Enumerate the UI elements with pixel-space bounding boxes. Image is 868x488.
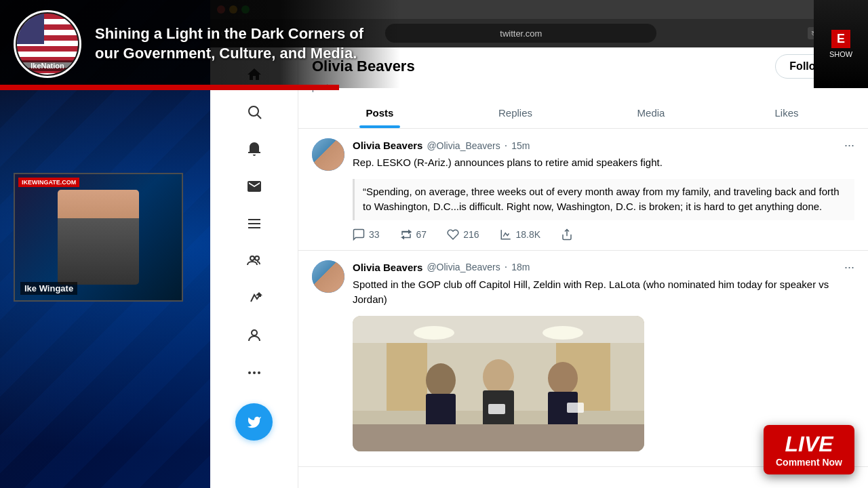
tweet-2-time: 18m <box>511 262 530 272</box>
show-letter-badge: E <box>831 30 850 48</box>
tweet-image-svg <box>353 316 644 451</box>
tagline-line2: our Government, Culture, and Media. <box>95 45 357 62</box>
tweet-1-reply-action[interactable]: 33 <box>353 228 380 241</box>
svg-rect-2 <box>248 219 260 220</box>
video-channel-badge: IKEWINGATE.COM <box>18 178 79 187</box>
twitter-sidebar <box>210 47 298 488</box>
tweet-2-header: Olivia Beavers @Olivia_Beavers · 18m ··· <box>353 260 854 274</box>
svg-point-9 <box>248 371 251 374</box>
svg-point-5 <box>250 256 254 260</box>
svg-point-15 <box>414 326 454 340</box>
sidebar-item-communities[interactable] <box>241 247 268 274</box>
logo-circle: IkeNation <box>14 10 81 78</box>
top-banner: IkeNation Shining a Light in the Dark Co… <box>0 0 400 88</box>
tweet-1-header: Olivia Beavers @Olivia_Beavers · 15m ··· <box>353 138 854 152</box>
video-preview: IKEWINGATE.COM Ike Wingate <box>14 173 183 302</box>
svg-point-8 <box>252 330 257 336</box>
tweet-1-share-action[interactable] <box>561 228 573 241</box>
svg-point-10 <box>253 371 256 374</box>
flag-canton <box>17 14 44 44</box>
tweet-1-quote: “Spending, on average, three weeks out o… <box>353 179 854 220</box>
twitter-container: Olivia Beavers Following posts Posts Rep… <box>210 47 868 488</box>
url-text: twitter.com <box>500 28 542 39</box>
tweet-2-author-handle: @Olivia_Beavers <box>427 262 500 272</box>
tweet-1-retweet-action[interactable]: 67 <box>400 228 427 241</box>
like-icon <box>447 228 459 241</box>
tweet-2-text: Spotted in the GOP club off Capitol Hill… <box>353 277 854 308</box>
svg-line-1 <box>257 115 261 119</box>
sidebar-item-more[interactable] <box>241 359 268 386</box>
twitter-feed: Olivia Beavers Following posts Posts Rep… <box>298 47 868 488</box>
tweet-1-author-handle: @Olivia_Beavers <box>427 140 500 151</box>
svg-rect-19 <box>387 343 427 411</box>
tweet-1-time: 15m <box>511 140 530 151</box>
tab-replies[interactable]: Replies <box>448 98 583 128</box>
tweet-1-more-button[interactable]: ··· <box>844 138 854 152</box>
logo-text: IkeNation <box>17 60 78 71</box>
tweet-1-user-info: Olivia Beavers @Olivia_Beavers · 15m <box>353 140 530 152</box>
tweet-1-actions: 33 67 216 <box>353 228 854 241</box>
share-icon <box>561 228 573 241</box>
svg-rect-4 <box>248 227 260 228</box>
tweet-2-user-info: Olivia Beavers @Olivia_Beavers · 18m <box>353 261 530 273</box>
tagline-line1: Shining a Light in the Dark Corners of <box>95 25 363 42</box>
tweet-1-text: Rep. LESKO (R-Ariz.) announces plans to … <box>353 155 854 171</box>
tweet-2-author-name: Olivia Beavers <box>353 262 422 273</box>
compose-button[interactable] <box>235 403 273 441</box>
tweet-2-image <box>353 316 644 451</box>
video-content: IKEWINGATE.COM Ike Wingate <box>15 174 182 300</box>
avatar-image-2 <box>312 260 344 293</box>
tweet-1-body: Olivia Beavers @Olivia_Beavers · 15m ···… <box>353 138 854 241</box>
red-accent-line <box>0 85 339 90</box>
svg-marker-7 <box>256 292 262 296</box>
separator-dot-2: · <box>505 261 507 273</box>
flag-logo: IkeNation <box>17 14 78 75</box>
svg-point-22 <box>483 359 514 394</box>
svg-point-0 <box>249 106 258 116</box>
tweet-1-retweet-count: 67 <box>416 229 427 240</box>
sidebar-item-messages[interactable] <box>241 173 268 200</box>
separator-dot-1: · <box>505 140 507 152</box>
svg-rect-27 <box>567 403 584 413</box>
video-person <box>58 190 139 285</box>
tweet-1-views-action[interactable]: 18.8K <box>500 228 541 241</box>
tweet-1-like-action[interactable]: 216 <box>447 228 479 241</box>
sidebar-item-profile[interactable] <box>241 322 268 349</box>
svg-rect-26 <box>488 404 505 414</box>
live-banner[interactable]: LIVE Comment Now <box>764 425 854 474</box>
sidebar-item-trending[interactable] <box>241 285 268 312</box>
tab-posts[interactable]: Posts <box>312 98 448 128</box>
sidebar-item-lists[interactable] <box>241 210 268 237</box>
tab-likes[interactable]: Likes <box>719 98 854 128</box>
tweet-1: Olivia Beavers @Olivia_Beavers · 15m ···… <box>298 129 868 251</box>
profile-tabs: Posts Replies Media Likes <box>312 98 854 128</box>
svg-point-6 <box>255 256 259 260</box>
live-subtext: Comment Now <box>776 457 842 468</box>
svg-rect-28 <box>353 424 644 451</box>
url-field[interactable]: twitter.com <box>385 24 656 43</box>
svg-rect-3 <box>248 223 260 224</box>
sidebar-item-search[interactable] <box>241 98 268 125</box>
tweet-1-avatar <box>312 138 344 171</box>
tweet-2-avatar <box>312 260 344 293</box>
tab-media[interactable]: Media <box>583 98 719 128</box>
avatar-image <box>312 138 344 171</box>
banner-tagline: Shining a Light in the Dark Corners of o… <box>95 24 363 63</box>
sidebar-item-notifications[interactable] <box>241 136 268 163</box>
tweet-2-more-button[interactable]: ··· <box>844 260 854 274</box>
tweet-2-image-inner <box>353 316 644 451</box>
tweet-1-like-count: 216 <box>463 229 479 240</box>
video-host-label: Ike Wingate <box>20 282 77 295</box>
tweet-1-author-name: Olivia Beavers <box>353 140 422 151</box>
svg-point-16 <box>542 326 583 340</box>
show-label: SHOW <box>829 50 852 58</box>
views-icon <box>500 228 512 241</box>
live-text: LIVE <box>776 432 842 457</box>
tweet-1-views-count: 18.8K <box>516 229 541 240</box>
svg-point-11 <box>258 371 260 374</box>
reply-icon <box>353 228 365 241</box>
retweet-icon <box>400 228 412 241</box>
svg-point-20 <box>426 363 456 397</box>
tweet-1-reply-count: 33 <box>369 229 380 240</box>
svg-point-24 <box>548 362 578 394</box>
